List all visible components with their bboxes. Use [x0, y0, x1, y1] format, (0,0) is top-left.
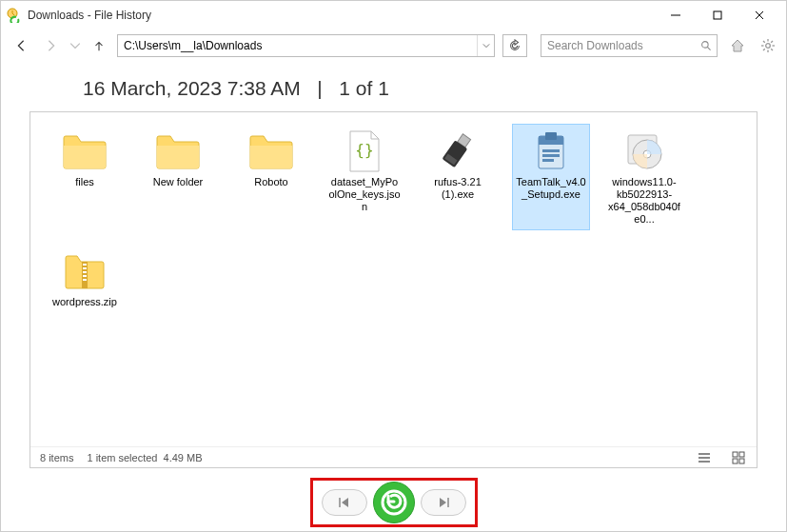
- svg-line-12: [763, 41, 765, 43]
- next-version-button[interactable]: [421, 489, 466, 516]
- file-item[interactable]: windows11.0-kb5022913-x64_058db040fe0...: [605, 124, 683, 230]
- file-label: rufus-3.21 (1).exe: [422, 176, 494, 201]
- json-icon: {}: [338, 128, 391, 174]
- minimize-button[interactable]: [655, 1, 697, 30]
- svg-rect-24: [542, 154, 560, 157]
- svg-line-6: [707, 47, 710, 49]
- svg-rect-34: [83, 279, 87, 281]
- refresh-button[interactable]: [502, 34, 527, 57]
- svg-rect-40: [733, 459, 738, 463]
- svg-rect-23: [542, 149, 560, 152]
- items-container: filesNew folderRoboto{}dataset_MyPoolOne…: [30, 112, 757, 337]
- file-item[interactable]: New folder: [139, 124, 217, 230]
- file-label: Roboto: [254, 176, 287, 201]
- svg-line-13: [771, 49, 773, 50]
- home-icon[interactable]: [727, 35, 748, 56]
- svg-point-5: [701, 41, 708, 48]
- svg-rect-25: [542, 159, 554, 162]
- address-dropdown[interactable]: [477, 35, 494, 56]
- titlebar: Downloads - File History: [1, 1, 786, 30]
- svg-rect-39: [739, 452, 744, 457]
- svg-rect-41: [739, 459, 744, 463]
- svg-point-7: [766, 44, 771, 49]
- file-label: New folder: [153, 176, 204, 201]
- svg-text:{}: {}: [355, 141, 373, 159]
- snapshot-date: 16 March, 2023 7:38 AM: [83, 77, 301, 99]
- gear-icon[interactable]: [757, 35, 778, 56]
- svg-rect-22: [545, 132, 557, 140]
- svg-rect-33: [83, 275, 87, 277]
- details-view-icon[interactable]: [696, 449, 713, 466]
- page-indicator: 1 of 1: [339, 77, 389, 99]
- file-label: windows11.0-kb5022913-x64_058db040fe0...: [608, 176, 680, 226]
- folder-icon: [245, 128, 298, 174]
- content: 16 March, 2023 7:38 AM | 1 of 1 filesNew…: [1, 62, 786, 474]
- file-item[interactable]: files: [46, 124, 124, 230]
- selection-info: 1 item selected 4.49 MB: [87, 452, 202, 463]
- installer-icon: [524, 128, 578, 174]
- status-bar: 8 items 1 item selected 4.49 MB: [30, 446, 757, 467]
- app-icon: [7, 8, 22, 23]
- restore-button[interactable]: [373, 482, 415, 523]
- file-item[interactable]: Roboto: [232, 124, 310, 230]
- file-item[interactable]: wordpress.zip: [46, 244, 124, 325]
- nav-footer: [1, 474, 786, 531]
- up-button[interactable]: [87, 33, 111, 58]
- file-label: dataset_MyPoolOne_keys.json: [328, 176, 401, 213]
- zip-icon: [58, 248, 111, 294]
- usb-icon: [431, 128, 484, 174]
- maximize-button[interactable]: [697, 1, 738, 30]
- history-header: 16 March, 2023 7:38 AM | 1 of 1: [83, 77, 757, 100]
- window: Downloads - File History: [0, 0, 787, 532]
- forward-button[interactable]: [39, 33, 64, 58]
- svg-rect-30: [83, 264, 87, 266]
- recent-dropdown[interactable]: [69, 33, 81, 58]
- file-item[interactable]: TeamTalk_v4.0_Setupd.exe: [512, 124, 590, 230]
- disc-icon: [618, 128, 671, 174]
- svg-line-14: [763, 49, 765, 50]
- search-box[interactable]: [541, 34, 718, 57]
- svg-rect-32: [83, 271, 87, 273]
- address-bar[interactable]: [117, 34, 495, 57]
- previous-version-button[interactable]: [322, 489, 367, 516]
- folder-icon: [151, 128, 205, 174]
- file-area: filesNew folderRoboto{}dataset_MyPoolOne…: [30, 111, 757, 468]
- search-icon: [696, 40, 717, 52]
- file-item[interactable]: rufus-3.21 (1).exe: [419, 124, 497, 230]
- back-button[interactable]: [9, 33, 33, 58]
- file-label: wordpress.zip: [52, 296, 117, 321]
- close-button[interactable]: [738, 1, 780, 30]
- toolbar: [1, 30, 786, 62]
- svg-rect-2: [714, 11, 721, 19]
- svg-rect-31: [83, 267, 87, 269]
- item-count: 8 items: [40, 452, 73, 463]
- file-item[interactable]: {}dataset_MyPoolOne_keys.json: [325, 124, 403, 230]
- file-label: TeamTalk_v4.0_Setupd.exe: [515, 176, 587, 201]
- svg-rect-38: [733, 452, 738, 457]
- window-title: Downloads - File History: [28, 9, 151, 22]
- search-input[interactable]: [541, 39, 696, 52]
- file-label: files: [75, 176, 94, 201]
- address-input[interactable]: [118, 35, 477, 56]
- separator: |: [317, 77, 322, 99]
- icons-view-icon[interactable]: [730, 449, 747, 466]
- svg-line-15: [771, 41, 773, 43]
- folder-icon: [58, 128, 111, 174]
